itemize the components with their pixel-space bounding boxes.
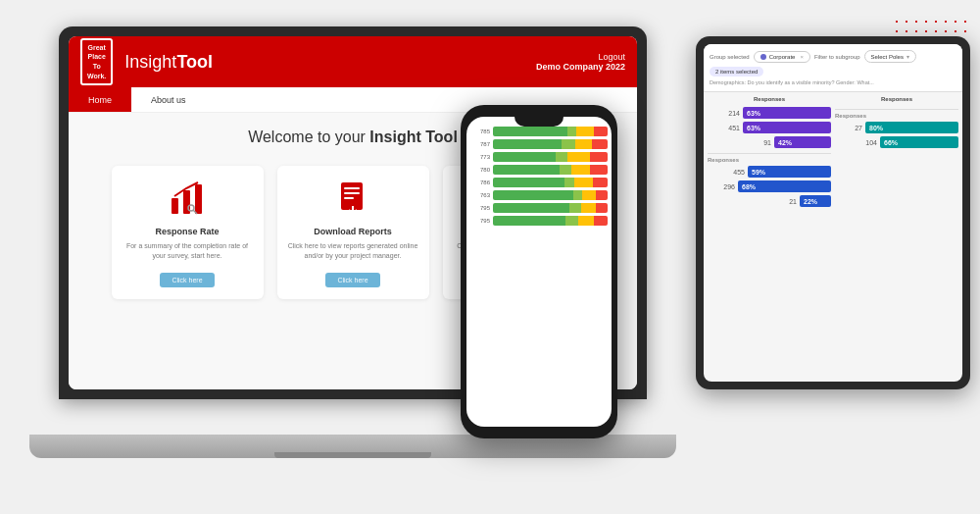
phone-bar-segment	[575, 139, 591, 149]
stat-bar: 66%	[880, 136, 958, 148]
brand-name: Insight Tool	[121, 52, 213, 73]
phone-bar-segment	[593, 178, 608, 187]
brand-insight: Insight	[124, 52, 176, 73]
stat-pct: 63%	[747, 125, 760, 131]
stat-num: 451	[720, 125, 740, 131]
phone-bar-track	[493, 190, 608, 200]
tablet-body: Group selected Corporate × Filter to sub…	[696, 36, 970, 389]
group-chip-value: Corporate	[769, 54, 796, 60]
phone-chart-area: 785787773780786763795795	[466, 123, 612, 427]
phone-bar-track	[493, 203, 608, 213]
group-selected-label: Group selected	[710, 54, 750, 60]
scene: GreatPlaceToWork. Insight Tool Logout De…	[10, 7, 970, 507]
phone-bar-track	[493, 178, 608, 187]
group-chip[interactable]: Corporate ×	[754, 51, 810, 63]
card-response-rate-btn[interactable]: Click here	[160, 273, 214, 287]
stat-bar: 68%	[738, 180, 831, 192]
phone-bar-segment	[562, 139, 575, 149]
phone-bar-label: 763	[470, 192, 490, 198]
stat-bar: 80%	[865, 122, 958, 133]
phone-bar-segment	[590, 165, 608, 175]
phone-bar-segment	[571, 165, 591, 175]
phone-bar-segment	[596, 190, 608, 200]
tablet-content: Responses 214 63% 451 63%	[704, 92, 962, 382]
phone-screen: 785787773780786763795795	[466, 117, 612, 427]
tablet-stat-row-5: 296 68%	[708, 180, 831, 192]
stat-pct: 42%	[778, 139, 792, 146]
pole-chip[interactable]: Select Poles ▾	[864, 50, 916, 63]
filter-row: Group selected Corporate × Filter to sub…	[710, 50, 956, 77]
col1-header: Responses	[708, 96, 831, 102]
phone-bar-label: 780	[470, 167, 490, 173]
nav-about[interactable]: About us	[131, 87, 206, 112]
stat-num: 27	[843, 125, 862, 131]
phone-bar-row: 773	[470, 152, 608, 162]
tablet-stat-row-6: 21 22%	[708, 195, 831, 207]
phone-bar-segment	[565, 216, 578, 226]
header-right: Logout Demo Company 2022	[536, 52, 625, 72]
col2-header: Responses	[835, 96, 958, 102]
filter-desc: Demographics: Do you identify as a visib…	[710, 79, 956, 85]
svg-rect-8	[344, 197, 354, 199]
card-download-btn[interactable]: Click here	[325, 273, 379, 287]
tablet-header: Group selected Corporate × Filter to sub…	[704, 44, 962, 92]
stat-pct: 22%	[804, 198, 817, 205]
download-reports-icon	[332, 178, 373, 219]
stat-num: 214	[720, 110, 740, 117]
phone-bar-row: 795	[470, 216, 608, 226]
tablet-col-2: Responses Responses 27 80% 104	[835, 96, 958, 378]
pole-label: Filter to subgroup	[814, 54, 860, 60]
phone-bar-segment	[493, 190, 573, 200]
tablet-device: Group selected Corporate × Filter to sub…	[696, 36, 970, 389]
tablet-stat-row-4: 455 59%	[708, 166, 831, 178]
chip-x[interactable]: ×	[800, 54, 804, 60]
phone-notch	[514, 113, 564, 127]
company-label: Demo Company 2022	[536, 62, 625, 72]
phone-bar-label: 786	[470, 180, 490, 185]
stat-num: 91	[752, 139, 771, 146]
phone-bar-row: 763	[470, 190, 608, 200]
phone-bar-segment	[596, 203, 608, 213]
phone-bar-segment	[592, 139, 608, 149]
chip-dot	[760, 54, 766, 60]
stat-pct: 59%	[752, 169, 765, 176]
svg-rect-7	[344, 192, 360, 194]
tablet-col-1: Responses 214 63% 451 63%	[708, 96, 831, 378]
welcome-bold: Insight Tool	[369, 128, 457, 145]
card-response-rate-title: Response Rate	[122, 227, 254, 236]
phone-bar-segment	[567, 152, 590, 162]
phone-bar-segment	[493, 127, 567, 136]
stat-pct: 68%	[742, 183, 756, 190]
stat-bar: 63%	[743, 107, 831, 119]
svg-rect-6	[344, 187, 360, 189]
phone-bar-row: 780	[470, 165, 608, 175]
phone-bar-segment	[590, 152, 608, 162]
stat-bar: 22%	[800, 195, 831, 207]
phone-bar-segment	[560, 165, 571, 175]
stat-num: 296	[715, 183, 735, 190]
logout-label[interactable]: Logout	[536, 52, 625, 62]
stat-bar: 59%	[748, 166, 831, 178]
phone-bar-segment	[569, 203, 581, 213]
tablet-stat-row-2: 451 63%	[708, 122, 831, 133]
items-selected: 2 items selected	[710, 67, 763, 77]
phone-bar-track	[493, 216, 608, 226]
phone-bar-track	[493, 165, 608, 175]
brand-tool: Tool	[176, 52, 213, 73]
response-rate-icon	[167, 178, 208, 219]
stat-pct: 80%	[869, 125, 883, 131]
phone-bar-label: 795	[470, 205, 490, 211]
stat-num: 104	[858, 139, 877, 146]
phone-bar-segment	[567, 127, 576, 136]
stat-pct: 66%	[884, 139, 898, 146]
phone-bar-segment	[582, 190, 596, 200]
nav-home[interactable]: Home	[69, 87, 131, 112]
tablet-stat-row-7: 27 80%	[835, 122, 958, 133]
svg-rect-2	[195, 184, 202, 214]
phone-bar-track	[493, 127, 608, 136]
phone-bar-segment	[594, 216, 608, 226]
stat-num: 455	[725, 169, 745, 176]
phone-bar-segment	[576, 127, 594, 136]
phone-bar-label: 785	[470, 128, 490, 134]
phone-bar-segment	[493, 203, 569, 213]
